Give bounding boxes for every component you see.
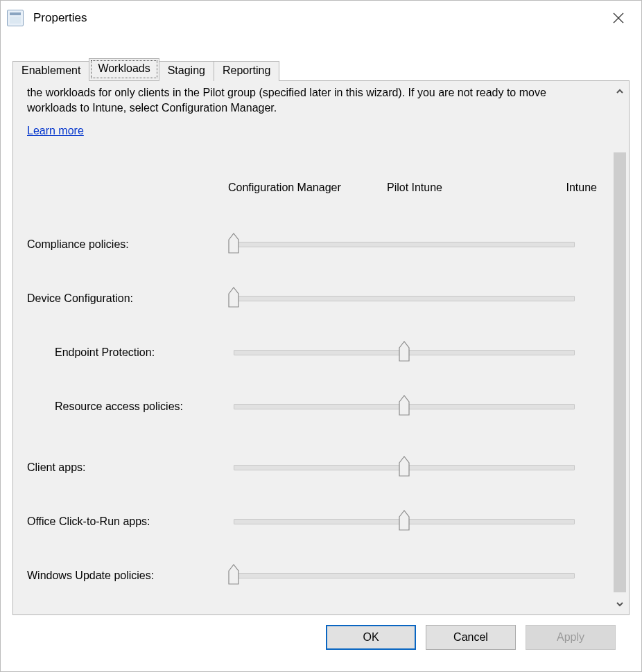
learn-more-link[interactable]: Learn more (27, 125, 84, 137)
intro-text-body: the workloads for only clients in the Pi… (27, 87, 546, 114)
row-compliance-policies: Compliance policies: (27, 218, 601, 272)
scrollbar-thumb[interactable] (614, 152, 626, 592)
row-resource-access-policies: Resource access policies: (27, 380, 601, 434)
label-resource-access-policies: Resource access policies: (27, 400, 228, 413)
slider-thumb-icon[interactable] (228, 564, 239, 585)
label-device-configuration: Device Configuration: (27, 292, 228, 305)
row-windows-update-policies: Windows Update policies: (27, 549, 601, 603)
slider-device-configuration[interactable] (228, 291, 601, 306)
tab-panel-workloads: the workloads for only clients in the Pi… (12, 80, 630, 615)
tab-enablement[interactable]: Enablement (12, 61, 89, 81)
column-headers: Configuration Manager Pilot Intune Intun… (27, 182, 601, 194)
tabs: Enablement Workloads Staging Reporting t… (12, 58, 630, 615)
tab-staging[interactable]: Staging (159, 61, 214, 81)
app-icon (7, 10, 24, 26)
slider-rail (234, 573, 575, 578)
slider-rail (234, 296, 575, 301)
slider-compliance-policies[interactable] (228, 237, 601, 252)
label-compliance-policies: Compliance policies: (27, 238, 228, 251)
svg-marker-8 (229, 565, 238, 584)
col-header-pilot-intune: Pilot Intune (352, 182, 476, 194)
tab-reporting[interactable]: Reporting (214, 61, 279, 81)
col-header-intune: Intune (477, 182, 601, 194)
label-windows-update-policies: Windows Update policies: (27, 569, 228, 582)
scroll-content: the workloads for only clients in the Pi… (13, 81, 611, 614)
slider-thumb-icon[interactable] (399, 341, 410, 362)
svg-marker-2 (229, 233, 238, 253)
col-header-config-manager: Configuration Manager (228, 182, 352, 194)
slider-thumb-icon[interactable] (399, 395, 410, 416)
svg-marker-6 (399, 457, 409, 476)
ok-button[interactable]: OK (326, 625, 416, 650)
slider-rail (234, 242, 575, 247)
slider-endpoint-protection[interactable] (228, 345, 601, 360)
vertical-scrollbar[interactable] (611, 81, 629, 614)
chevron-up-icon (616, 87, 624, 96)
window-title: Properties (33, 11, 605, 25)
scroll-up-button[interactable] (612, 84, 627, 99)
scroll-down-button[interactable] (612, 596, 627, 612)
dialog-buttons: OK Cancel Apply (12, 615, 630, 661)
slider-thumb-icon[interactable] (228, 287, 239, 308)
tab-strip: Enablement Workloads Staging Reporting (12, 58, 630, 80)
svg-marker-4 (399, 342, 409, 361)
intro-text: the workloads for only clients in the Pi… (27, 85, 601, 115)
slider-client-apps[interactable] (228, 460, 601, 475)
properties-window: Properties Enablement Workloads Staging … (0, 0, 642, 672)
close-button[interactable] (605, 4, 632, 32)
slider-thumb-icon[interactable] (228, 233, 239, 254)
svg-marker-5 (399, 396, 409, 415)
row-client-apps: Client apps: (27, 441, 601, 495)
row-office-click-to-run: Office Click-to-Run apps: (27, 495, 601, 549)
slider-resource-access-policies[interactable] (228, 399, 601, 414)
slider-office-click-to-run[interactable] (228, 514, 601, 529)
workload-sliders: Configuration Manager Pilot Intune Intun… (27, 158, 601, 603)
slider-thumb-icon[interactable] (399, 456, 410, 477)
title-bar: Properties (3, 3, 639, 33)
cancel-button[interactable]: Cancel (426, 625, 516, 650)
close-icon (613, 12, 624, 24)
slider-thumb-icon[interactable] (399, 510, 410, 531)
client-area: Enablement Workloads Staging Reporting t… (3, 33, 639, 669)
scrollbar-track[interactable] (614, 100, 626, 595)
label-client-apps: Client apps: (27, 461, 228, 474)
chevron-down-icon (616, 600, 624, 608)
row-device-configuration: Device Configuration: (27, 272, 601, 326)
apply-button: Apply (526, 625, 616, 650)
svg-marker-3 (229, 288, 238, 307)
slider-windows-update-policies[interactable] (228, 568, 601, 583)
label-office-click-to-run: Office Click-to-Run apps: (27, 515, 228, 528)
svg-marker-7 (399, 511, 409, 530)
label-endpoint-protection: Endpoint Protection: (27, 346, 228, 359)
row-endpoint-protection: Endpoint Protection: (27, 326, 601, 380)
tab-workloads[interactable]: Workloads (89, 58, 159, 80)
